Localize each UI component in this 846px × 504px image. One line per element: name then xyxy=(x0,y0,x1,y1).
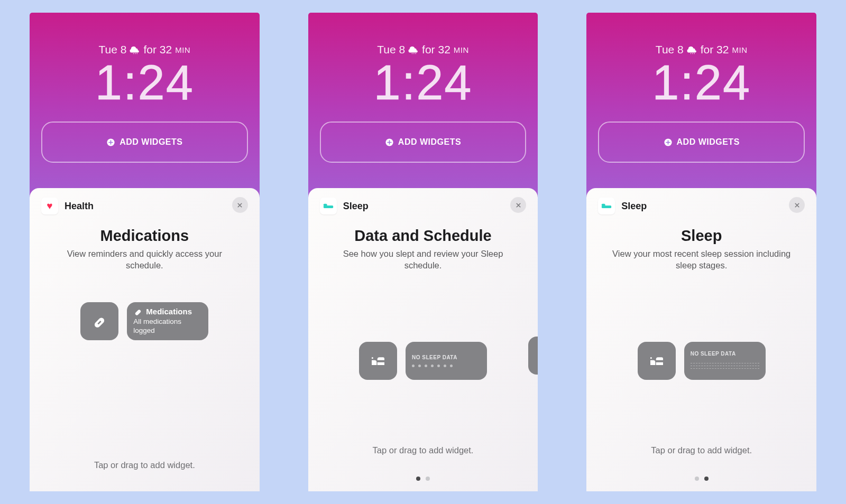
svg-rect-6 xyxy=(135,309,142,316)
preview-subtitle: All medications logged xyxy=(133,318,202,335)
svg-point-1 xyxy=(135,53,136,54)
svg-point-7 xyxy=(412,53,413,54)
close-button[interactable] xyxy=(789,197,805,213)
widget-description: See how you slept and review your Sleep … xyxy=(320,248,527,272)
sleep-app-icon xyxy=(320,198,337,214)
plus-circle-icon xyxy=(385,138,394,147)
date-weather-line: Tue 8 for 32MIN xyxy=(30,43,260,56)
phone-screen-medications: Tue 8 for 32MIN 1:24 ADD WIDGETS ♥ Healt… xyxy=(30,13,260,491)
forecast-text: for 32 xyxy=(422,43,450,56)
svg-point-14 xyxy=(692,53,693,54)
widget-preview-small[interactable] xyxy=(638,342,676,380)
forecast-suffix: MIN xyxy=(175,45,190,54)
close-button[interactable] xyxy=(232,197,248,213)
pill-icon xyxy=(133,307,143,316)
widget-gallery-sheet: Sleep Sleep View your most recent sleep … xyxy=(586,188,816,491)
helper-text: Tap or drag to add widget. xyxy=(41,460,248,491)
page-dot xyxy=(416,477,420,481)
date-text: Tue 8 xyxy=(656,43,684,56)
add-widgets-button[interactable]: ADD WIDGETS xyxy=(598,122,805,163)
page-indicator xyxy=(598,477,805,491)
lock-screen-top: Tue 8 for 32MIN 1:24 ADD WIDGETS xyxy=(586,13,816,163)
widget-description: View reminders and quickly access your s… xyxy=(41,248,248,272)
phone-screen-sleep-data: Tue 8 for 32MIN 1:24 ADD WIDGETS Sleep xyxy=(308,13,538,491)
rain-icon xyxy=(408,44,419,55)
no-sleep-label: NO SLEEP DATA xyxy=(691,351,759,357)
widget-preview-large[interactable]: NO SLEEP DATA xyxy=(684,342,766,380)
svg-rect-12 xyxy=(324,203,327,206)
phone-screen-sleep: Tue 8 for 32MIN 1:24 ADD WIDGETS Sleep xyxy=(586,13,816,491)
widget-preview-row: NO SLEEP DATA xyxy=(320,337,527,380)
svg-point-8 xyxy=(413,53,415,54)
add-widgets-label: ADD WIDGETS xyxy=(677,137,740,147)
svg-point-9 xyxy=(415,53,416,54)
sheet-app-name: Health xyxy=(65,201,94,212)
helper-text: Tap or drag to add widget. xyxy=(320,445,527,455)
add-widgets-label: ADD WIDGETS xyxy=(398,137,461,147)
bed-icon xyxy=(370,352,387,369)
widget-preview-row: Medications All medications logged xyxy=(41,297,248,340)
page-indicator xyxy=(320,477,527,491)
widget-gallery-sheet: ♥ Health Medications View reminders and … xyxy=(30,188,260,491)
page-dot xyxy=(704,477,709,481)
widget-preview-large[interactable]: NO SLEEP DATA xyxy=(406,342,487,380)
bed-icon xyxy=(601,202,612,210)
plus-circle-icon xyxy=(664,138,673,147)
add-widgets-button[interactable]: ADD WIDGETS xyxy=(41,122,248,163)
health-app-icon: ♥ xyxy=(41,198,58,214)
widget-preview-large[interactable]: Medications All medications logged xyxy=(127,302,208,340)
forecast-text: for 32 xyxy=(701,43,729,56)
date-text: Tue 8 xyxy=(377,43,405,56)
page-dot xyxy=(695,477,699,481)
widget-title: Medications xyxy=(41,227,248,245)
bed-icon xyxy=(323,202,334,210)
widget-title: Sleep xyxy=(598,227,805,245)
sleep-app-icon xyxy=(598,198,615,214)
helper-text: Tap or drag to add widget. xyxy=(598,445,805,455)
date-weather-line: Tue 8 for 32MIN xyxy=(586,43,816,56)
add-widgets-label: ADD WIDGETS xyxy=(119,137,182,147)
widget-preview-small[interactable] xyxy=(359,342,397,380)
forecast-suffix: MIN xyxy=(454,45,469,54)
widget-title: Data and Schedule xyxy=(320,227,527,245)
rain-icon xyxy=(687,44,697,55)
sleep-dots xyxy=(412,365,481,367)
clock-time: 1:24 xyxy=(586,58,816,107)
widget-preview-peek[interactable] xyxy=(528,337,538,375)
widget-preview-row: NO SLEEP DATA xyxy=(598,337,805,380)
close-button[interactable] xyxy=(510,197,526,213)
date-weather-line: Tue 8 for 32MIN xyxy=(308,43,538,56)
sheet-app-name: Sleep xyxy=(621,201,647,212)
lock-screen-top: Tue 8 for 32MIN 1:24 ADD WIDGETS xyxy=(308,13,538,163)
page-dot xyxy=(426,477,430,481)
svg-rect-18 xyxy=(602,203,605,206)
widget-preview-small[interactable] xyxy=(80,302,118,340)
lock-screen-top: Tue 8 for 32MIN 1:24 ADD WIDGETS xyxy=(30,13,260,163)
preview-title: Medications xyxy=(146,307,192,316)
plus-circle-icon xyxy=(106,138,115,147)
sleep-lines xyxy=(691,361,759,371)
widget-gallery-sheet: Sleep Data and Schedule See how you slep… xyxy=(308,188,538,491)
rain-icon xyxy=(130,44,140,55)
svg-point-15 xyxy=(694,53,695,54)
clock-time: 1:24 xyxy=(308,58,538,107)
svg-point-0 xyxy=(133,53,134,54)
sheet-app-name: Sleep xyxy=(343,201,369,212)
add-widgets-button[interactable]: ADD WIDGETS xyxy=(320,122,527,163)
clock-time: 1:24 xyxy=(30,58,260,107)
svg-point-13 xyxy=(690,53,691,54)
svg-point-2 xyxy=(137,53,138,54)
pill-icon xyxy=(91,313,108,330)
forecast-suffix: MIN xyxy=(732,45,747,54)
bed-icon xyxy=(648,352,665,369)
no-sleep-label: NO SLEEP DATA xyxy=(412,354,481,360)
widget-description: View your most recent sleep session incl… xyxy=(598,248,805,272)
date-text: Tue 8 xyxy=(99,43,127,56)
forecast-text: for 32 xyxy=(143,43,172,56)
